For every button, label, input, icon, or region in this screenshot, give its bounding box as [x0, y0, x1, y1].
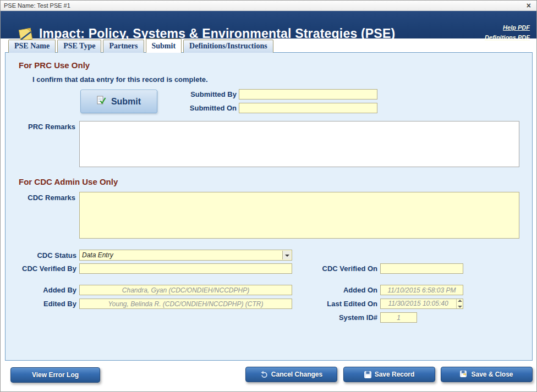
tab-bar: PSE Name PSE Type Partners Submit Defini…	[8, 38, 273, 53]
cdc-remarks-textarea[interactable]	[79, 192, 519, 239]
definitions-pdf-link[interactable]: Definitions PDF	[485, 34, 530, 41]
edited-by-field	[79, 299, 292, 309]
app-header: Impact: Policy, Systems & Environmental …	[1, 11, 536, 38]
added-on-field	[380, 285, 463, 295]
submitted-by-input[interactable]	[239, 89, 377, 100]
submit-button-label: Submit	[111, 97, 141, 107]
help-pdf-link[interactable]: Help PDF	[503, 24, 530, 31]
added-by-label: Added By	[10, 286, 76, 294]
cdc-verified-by-label: CDC Verified By	[5, 264, 76, 273]
tab-partners[interactable]: Partners	[103, 40, 144, 53]
cdc-section-heading: For CDC Admin Use Only	[19, 177, 118, 186]
system-id-field	[380, 312, 417, 323]
cancel-changes-button[interactable]: Cancel Changes	[245, 367, 337, 382]
tab-submit[interactable]: Submit	[146, 38, 182, 53]
save-close-icon	[460, 371, 468, 378]
last-edited-on-field: 11/30/2015 10:05:40	[380, 299, 463, 309]
cdc-verified-on-label: CDC Verified On	[300, 264, 377, 273]
submitted-on-label: Submitted On	[171, 104, 237, 112]
cdc-verified-by-input[interactable]	[79, 263, 292, 274]
edited-by-label: Edited By	[10, 300, 76, 308]
system-id-label: System ID#	[300, 313, 377, 322]
prc-remarks-label: PRC Remarks	[9, 123, 75, 131]
prc-section-heading: For PRC Use Only	[19, 60, 90, 70]
prc-remarks-textarea[interactable]	[79, 121, 519, 167]
tab-definitions-instructions[interactable]: Definitions/Instructions	[183, 40, 273, 53]
tab-pse-type[interactable]: PSE Type	[57, 40, 101, 53]
cdc-verified-on-input[interactable]	[380, 263, 463, 274]
added-on-label: Added On	[300, 286, 377, 294]
chevron-down-icon[interactable]	[282, 251, 291, 260]
added-by-field	[79, 285, 292, 295]
save-record-button[interactable]: Save Record	[343, 367, 435, 382]
save-icon	[364, 371, 371, 378]
last-edited-on-label: Last Edited On	[300, 300, 377, 308]
save-record-label: Save Record	[375, 371, 415, 378]
tab-pse-name[interactable]: PSE Name	[8, 40, 56, 53]
cdc-remarks-label: CDC Remarks	[9, 194, 75, 202]
cdc-status-dropdown[interactable]: Data Entry	[79, 250, 292, 261]
cancel-changes-label: Cancel Changes	[271, 371, 322, 378]
last-edited-on-value: 11/30/2015 10:05:40	[381, 300, 456, 307]
cdc-status-label: CDC Status	[10, 251, 76, 260]
cdc-status-value: Data Entry	[82, 251, 113, 259]
window-title: PSE Name: Test PSE #1	[4, 2, 70, 9]
submit-button[interactable]: Submit	[80, 90, 157, 113]
undo-icon	[260, 371, 268, 378]
spinner-icon[interactable]	[456, 299, 463, 308]
submit-form-icon	[97, 96, 106, 107]
prc-confirm-text: I confirm that data entry for this recor…	[32, 75, 208, 84]
submitted-by-label: Submitted By	[171, 90, 237, 98]
view-error-log-button[interactable]: View Error Log	[10, 367, 100, 383]
submitted-on-input[interactable]	[239, 103, 377, 113]
application-window: PSE Name: Test PSE #1 × Impact: Policy, …	[0, 0, 537, 392]
close-icon[interactable]: ×	[527, 1, 531, 10]
window-titlebar: PSE Name: Test PSE #1 ×	[1, 1, 536, 11]
save-and-close-button[interactable]: Save & Close	[441, 367, 533, 382]
view-error-log-label: View Error Log	[32, 371, 79, 379]
save-and-close-label: Save & Close	[471, 371, 513, 378]
